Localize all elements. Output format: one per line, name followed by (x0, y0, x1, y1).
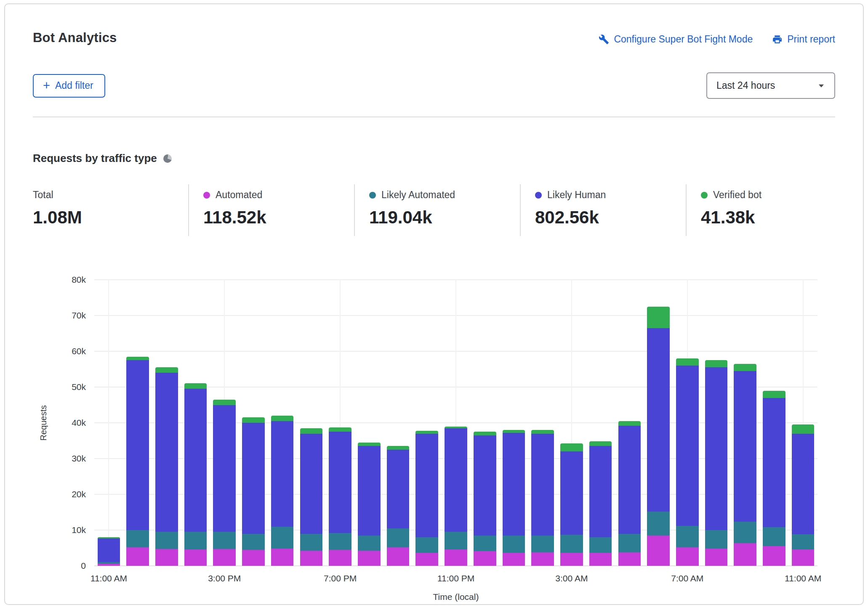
bar[interactable] (445, 280, 467, 566)
bar-segment-likely-automated (647, 512, 670, 536)
bar-slot (760, 280, 789, 566)
bar[interactable] (184, 280, 207, 566)
bar[interactable] (155, 280, 178, 566)
bar-segment-verified-bot (300, 428, 323, 434)
bar-slot (152, 280, 181, 566)
stat-label: Likely Automated (381, 189, 455, 201)
y-tick-label: 60k (72, 346, 86, 356)
bar-segment-verified-bot (560, 443, 583, 451)
wrench-icon (599, 34, 609, 45)
bar[interactable] (300, 280, 323, 566)
bar-slot (528, 280, 557, 566)
bar-slot (239, 280, 268, 566)
bar-segment-automated (474, 551, 496, 566)
bar-segment-likely-human (792, 434, 815, 535)
stat-automated[interactable]: Automated 118.52k (188, 184, 354, 236)
bar[interactable] (763, 280, 785, 566)
bar-slot (644, 280, 673, 566)
stat-label: Total (33, 189, 53, 201)
bar[interactable] (705, 280, 728, 566)
bar-slot (788, 280, 817, 566)
bar-segment-likely-human (213, 405, 236, 532)
configure-super-bot-fight-mode-link[interactable]: Configure Super Bot Fight Mode (599, 34, 753, 45)
bar[interactable] (213, 280, 236, 566)
stat-value: 802.56k (535, 207, 675, 228)
print-report-link[interactable]: Print report (772, 34, 835, 45)
bar-segment-verified-bot (213, 400, 236, 405)
bar[interactable] (387, 280, 410, 566)
bar-segment-verified-bot (271, 416, 294, 421)
bar-segment-likely-automated (560, 535, 583, 553)
stat-value: 1.08M (33, 207, 177, 228)
bar-segment-verified-bot (126, 357, 149, 361)
bar[interactable] (242, 280, 265, 566)
bar-segment-automated (734, 543, 756, 566)
bar-segment-automated (618, 552, 641, 566)
add-filter-button[interactable]: + Add filter (33, 74, 105, 98)
bar-segment-likely-human (560, 451, 583, 535)
stat-likely-automated[interactable]: Likely Automated 119.04k (354, 184, 520, 236)
x-tick-label: 7:00 PM (324, 573, 357, 583)
bar-slot (123, 280, 152, 566)
bar-segment-likely-automated (763, 527, 785, 546)
bar-segment-verified-bot (618, 421, 641, 426)
bar-segment-likely-human (705, 367, 728, 530)
bar-segment-likely-human (242, 423, 265, 534)
bar-segment-likely-human (474, 435, 496, 536)
bar[interactable] (98, 280, 120, 566)
bar-segment-verified-bot (387, 446, 410, 450)
bar[interactable] (589, 280, 612, 566)
bar-segment-automated (531, 552, 554, 566)
y-tick-label: 50k (72, 382, 86, 392)
x-tick-label: 11:00 AM (91, 573, 127, 583)
bar-segment-verified-bot (415, 431, 438, 434)
bar[interactable] (647, 280, 670, 566)
bar-segment-automated (792, 549, 815, 566)
bar-segment-likely-human (155, 373, 178, 532)
header: Bot Analytics Configure Super Bot Fight … (5, 4, 863, 117)
bar-segment-automated (358, 551, 381, 566)
bar-segment-automated (387, 547, 410, 566)
bar-segment-verified-bot (676, 358, 699, 366)
bar[interactable] (618, 280, 641, 566)
bar-slot (586, 280, 615, 566)
bar[interactable] (271, 280, 294, 566)
bar[interactable] (126, 280, 149, 566)
bar-segment-verified-bot (589, 441, 612, 446)
bar[interactable] (415, 280, 438, 566)
bar-slot (470, 280, 499, 566)
page-title: Bot Analytics (33, 30, 117, 45)
bar-segment-likely-human (503, 433, 525, 536)
stat-label: Verified bot (713, 189, 761, 201)
bar-segment-likely-human (271, 421, 294, 527)
bar[interactable] (560, 280, 583, 566)
bar-segment-likely-human (618, 426, 641, 534)
bar-segment-automated (155, 549, 178, 566)
bar-segment-likely-human (300, 434, 323, 534)
bar[interactable] (358, 280, 381, 566)
time-range-select[interactable]: Last 24 hours (706, 72, 835, 99)
bar[interactable] (676, 280, 699, 566)
stat-likely-human[interactable]: Likely Human 802.56k (520, 184, 686, 236)
bar[interactable] (531, 280, 554, 566)
bar-segment-verified-bot (647, 307, 670, 328)
bar-segment-likely-human (589, 446, 612, 537)
y-tick-label: 20k (72, 489, 86, 499)
bar-segment-likely-human (387, 450, 410, 528)
bar[interactable] (792, 280, 815, 566)
bar-segment-likely-automated (503, 536, 525, 553)
stat-verified-bot[interactable]: Verified bot 41.38k (686, 184, 772, 236)
header-divider (33, 117, 835, 117)
bar-segment-likely-automated (329, 533, 351, 550)
bar[interactable] (474, 280, 496, 566)
bar[interactable] (329, 280, 351, 566)
bar-segment-likely-human (98, 538, 120, 562)
bar-segment-verified-bot (329, 427, 351, 432)
bar-slot (297, 280, 326, 566)
bar-segment-verified-bot (503, 430, 525, 433)
bar[interactable] (503, 280, 525, 566)
bar-segment-likely-human (184, 389, 207, 532)
bar[interactable] (734, 280, 756, 566)
configure-link-label: Configure Super Bot Fight Mode (614, 34, 753, 45)
legend-dot-likely-automated (369, 192, 376, 199)
